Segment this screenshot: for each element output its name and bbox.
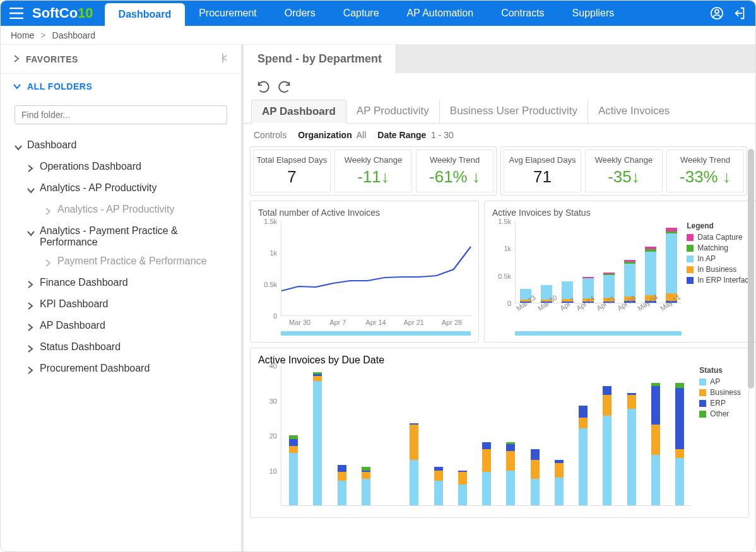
- controls-bar: Controls Organization All Date Range 1 -…: [244, 124, 755, 146]
- chevron-down-icon: [15, 142, 22, 153]
- user-icon[interactable]: [710, 6, 724, 20]
- subtab-ap-productivity[interactable]: AP Productivity: [346, 100, 439, 123]
- nav-tab-ap-automation[interactable]: AP Automation: [393, 1, 488, 26]
- undo-icon[interactable]: [256, 79, 270, 93]
- chevron-down-icon: [13, 81, 21, 91]
- kpi-value: -35↓: [588, 167, 659, 187]
- nav-tab-dashboard[interactable]: Dashboard: [105, 3, 186, 26]
- tree-item[interactable]: Analytics - AP Productivity: [15, 179, 235, 200]
- kpi-card: Weekly Trend-61% ↓: [416, 150, 493, 192]
- bar: [482, 442, 491, 505]
- chevron-right-icon: [27, 301, 35, 312]
- legend-item: Matching: [687, 244, 753, 252]
- nav-tab-orders[interactable]: Orders: [271, 1, 329, 26]
- breadcrumb-item[interactable]: Home: [11, 30, 34, 40]
- chevron-right-icon: [27, 279, 35, 291]
- tree-item[interactable]: Finance Dashboard: [15, 273, 235, 295]
- scrollbar[interactable]: [748, 149, 754, 389]
- tree-item[interactable]: Status Dashboard: [15, 338, 235, 359]
- chart-scrollbar[interactable]: [515, 331, 682, 336]
- date-range-filter[interactable]: Date Range 1 - 30: [377, 130, 454, 140]
- nav-tab-capture[interactable]: Capture: [329, 1, 393, 26]
- bar: [675, 383, 684, 505]
- tree-item[interactable]: KPI Dashboard: [15, 295, 235, 316]
- kpi-label: Weekly Change: [588, 155, 659, 165]
- tree-item[interactable]: AP Dashboard: [15, 316, 235, 338]
- legend-item: In ERP Interface: [687, 276, 753, 285]
- page-header: Spend - by Department: [244, 45, 755, 73]
- tree-item-label: Payment Practice & Performance: [57, 255, 207, 267]
- kpi-label: Total Elapsed Days: [256, 155, 328, 165]
- chart-legend: LegendData CaptureMatchingIn APIn Busine…: [687, 221, 753, 336]
- nav-tab-suppliers[interactable]: Suppliers: [558, 1, 629, 26]
- nav-tab-contracts[interactable]: Contracts: [487, 1, 558, 26]
- axis-tick-label: 1.5k: [498, 218, 511, 225]
- axis-tick-label: 0: [507, 300, 511, 307]
- legend-item: In Business: [687, 265, 753, 274]
- subtab-business-user-productivity[interactable]: Business User Productivity: [439, 100, 588, 123]
- bar: [627, 393, 636, 505]
- kpi-card: Weekly Change-11↓: [334, 150, 412, 192]
- toolbar: [244, 73, 755, 100]
- find-folder-container: [15, 105, 227, 124]
- nav-tab-procurement[interactable]: Procurement: [185, 1, 271, 26]
- bar: [362, 467, 370, 505]
- kpi-label: Weekly Trend: [670, 155, 741, 165]
- kpi-strip: Total Elapsed Days7Weekly Change-11↓Week…: [250, 146, 749, 196]
- chart-title: Total number of Active Invoices: [258, 208, 471, 218]
- tree-item-label: Finance Dashboard: [40, 277, 128, 288]
- tree-item[interactable]: Dashboard: [15, 136, 235, 157]
- legend-item: ERP: [699, 399, 741, 408]
- chevron-right-icon: [13, 54, 20, 64]
- axis-tick-label: 1k: [269, 249, 277, 257]
- organization-filter[interactable]: Organization All: [298, 130, 366, 140]
- tree-item[interactable]: Procurement Dashboard: [15, 359, 235, 380]
- menu-icon[interactable]: [1, 8, 32, 19]
- axis-tick-label: 0.5k: [264, 281, 277, 288]
- tree-item[interactable]: Analytics - AP Productivity: [15, 200, 235, 221]
- controls-label[interactable]: Controls: [254, 130, 286, 140]
- find-folder-input[interactable]: [15, 105, 227, 124]
- sidebar-section-label: FAVORITES: [26, 54, 78, 64]
- sidebar-allfolders-header[interactable]: ALL FOLDERS: [1, 74, 241, 99]
- kpi-label: Weekly Change: [338, 155, 409, 165]
- tree-item[interactable]: Operations Dashboard: [15, 157, 235, 179]
- kpi-value: 71: [507, 167, 578, 187]
- tree-item-label: AP Dashboard: [40, 320, 105, 331]
- legend-title: Legend: [687, 221, 753, 230]
- subtab-ap-dashboard[interactable]: AP Dashboard: [251, 100, 346, 124]
- bar: [666, 228, 677, 303]
- refresh-icon[interactable]: [278, 79, 292, 93]
- bar: [289, 435, 298, 505]
- legend-item: AP: [699, 377, 741, 386]
- chevron-down-icon: [27, 228, 35, 239]
- tree-item[interactable]: Payment Practice & Performance: [15, 252, 235, 273]
- sidebar-favorites-header[interactable]: FAVORITES: [1, 45, 241, 74]
- subtab-active-invoices[interactable]: Active Invoices: [588, 100, 680, 123]
- chevron-right-icon: [45, 258, 52, 269]
- bar: [434, 467, 443, 505]
- collapse-all-icon[interactable]: [217, 52, 228, 66]
- chart-title: Active Invoices by Status: [492, 208, 753, 218]
- legend-item: In AP: [687, 254, 753, 263]
- legend-item: Business: [699, 388, 741, 397]
- folder-tree: DashboardOperations DashboardAnalytics -…: [1, 133, 241, 393]
- axis-tick-label: Mar 30: [281, 319, 319, 326]
- tree-item-label: Dashboard: [27, 139, 76, 151]
- chart-scrollbar[interactable]: [281, 331, 471, 336]
- bar: [506, 442, 515, 505]
- bar: [651, 383, 660, 505]
- brand-name: SoftCo: [32, 5, 78, 21]
- kpi-card: Weekly Trend-33% ↓: [666, 150, 744, 192]
- kpi-label: Avg Elapsed Days: [507, 155, 578, 165]
- kpi-group: Total Elapsed Days7Weekly Change-11↓Week…: [250, 146, 497, 196]
- kpi-value: -61% ↓: [419, 167, 490, 187]
- breadcrumb-item[interactable]: Dashboard: [52, 30, 96, 40]
- axis-tick-label: 0.5k: [498, 273, 511, 280]
- logout-icon[interactable]: [733, 6, 747, 20]
- chart-active-invoices-status: Active Invoices by Status 00.5k1k1.5k Ma…: [484, 201, 755, 343]
- kpi-value: -33% ↓: [670, 167, 741, 187]
- brand-logo: SoftCo10: [32, 5, 105, 21]
- tree-item[interactable]: Analytics - Payment Practice & Performan…: [15, 221, 235, 252]
- dashboard-content: Total Elapsed Days7Weekly Change-11↓Week…: [244, 146, 755, 524]
